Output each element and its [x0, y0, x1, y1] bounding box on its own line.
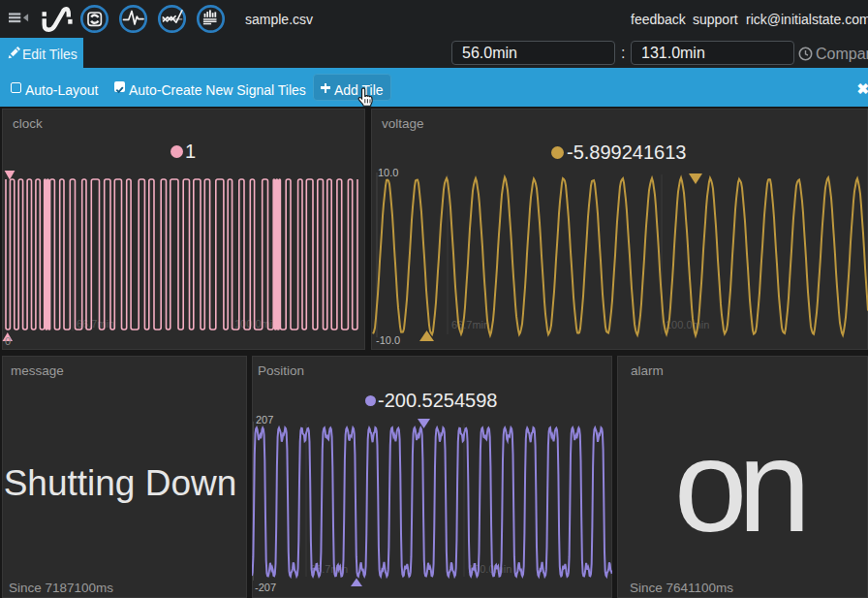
svg-text:0: 0: [5, 335, 11, 347]
svg-text:10.0: 10.0: [378, 167, 398, 178]
svg-text:-207: -207: [255, 582, 276, 593]
svg-text:207: 207: [256, 414, 273, 425]
svg-text:100.0min: 100.0min: [666, 319, 709, 330]
svg-text:-10.0: -10.0: [376, 334, 400, 346]
svg-text:100.0min: 100.0min: [234, 318, 278, 330]
